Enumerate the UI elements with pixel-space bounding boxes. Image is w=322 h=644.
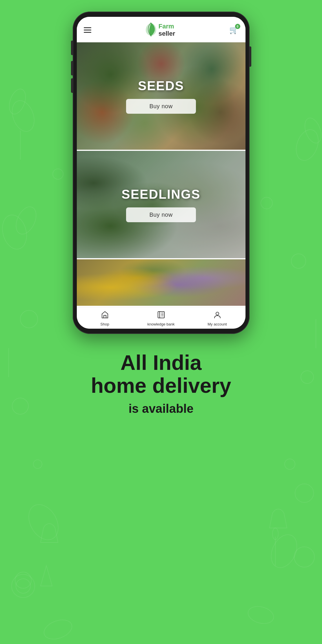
seedlings-title: SEEDLINGS	[121, 187, 200, 202]
flowers-card	[77, 259, 245, 306]
phone-screen: Farm seller 🛒 0 SEEDS	[77, 17, 245, 329]
seeds-title: SEEDS	[138, 79, 184, 93]
seeds-card: SEEDS Buy now	[77, 42, 245, 150]
svg-point-32	[16, 579, 30, 593]
svg-point-5	[292, 126, 322, 163]
logo-seller: seller	[159, 30, 175, 37]
svg-point-1	[6, 87, 29, 116]
account-label: My account	[208, 322, 227, 326]
svg-point-12	[266, 531, 302, 572]
nav-shop[interactable]: Shop	[77, 311, 133, 326]
logo-text: Farm seller	[159, 23, 175, 37]
phone-outer: Farm seller 🛒 0 SEEDS	[73, 12, 250, 334]
knowledge-icon	[157, 311, 165, 321]
seeds-buy-button[interactable]: Buy now	[126, 99, 196, 114]
delivery-section: All India home delivery is available	[79, 334, 243, 439]
seedlings-buy-button[interactable]: Buy now	[126, 207, 196, 222]
app-header: Farm seller 🛒 0	[77, 17, 245, 42]
phone-mockup: Farm seller 🛒 0 SEEDS	[73, 12, 250, 334]
logo-farm: Farm	[159, 23, 175, 30]
logo-leaf-icon	[145, 22, 157, 38]
svg-point-30	[216, 312, 219, 315]
delivery-line2: home delivery	[91, 374, 231, 397]
seeds-overlay: SEEDS Buy now	[77, 42, 245, 150]
svg-point-0	[8, 97, 38, 134]
delivery-subtitle: is available	[91, 402, 231, 416]
svg-point-15	[33, 460, 42, 468]
delivery-line1: All India	[120, 351, 201, 374]
seedlings-overlay: SEEDLINGS Buy now	[77, 151, 245, 258]
svg-point-18	[15, 572, 31, 588]
svg-point-13	[53, 169, 63, 179]
svg-point-9	[12, 398, 28, 414]
delivery-title: All India home delivery	[91, 351, 231, 397]
logo: Farm seller	[145, 22, 175, 38]
svg-point-31	[12, 574, 35, 598]
svg-point-20	[272, 528, 278, 540]
nav-knowledge[interactable]: knowledge bank	[133, 311, 189, 326]
cart-badge: 0	[235, 24, 240, 29]
svg-point-10	[301, 371, 314, 383]
shop-icon	[101, 311, 109, 321]
knowledge-label: knowledge bank	[148, 322, 175, 326]
svg-point-16	[285, 459, 295, 469]
svg-rect-24	[104, 315, 106, 318]
svg-point-4	[12, 204, 40, 237]
account-icon	[213, 311, 221, 321]
svg-point-7	[20, 310, 38, 328]
svg-rect-25	[158, 312, 164, 318]
svg-point-17	[295, 484, 314, 502]
seedlings-card: SEEDLINGS Buy now	[77, 151, 245, 258]
svg-point-14	[261, 197, 272, 209]
svg-point-6	[302, 116, 322, 145]
svg-point-34	[41, 616, 74, 643]
shop-label: Shop	[100, 322, 109, 326]
svg-point-11	[23, 499, 64, 545]
cart-button[interactable]: 🛒 0	[229, 26, 239, 35]
bottom-nav: Shop knowledge bank	[77, 307, 245, 329]
svg-point-35	[246, 604, 275, 626]
svg-point-33	[294, 547, 314, 567]
hamburger-menu[interactable]	[84, 27, 91, 33]
svg-point-8	[291, 254, 306, 268]
nav-account[interactable]: My account	[189, 311, 245, 326]
svg-point-3	[0, 212, 30, 252]
